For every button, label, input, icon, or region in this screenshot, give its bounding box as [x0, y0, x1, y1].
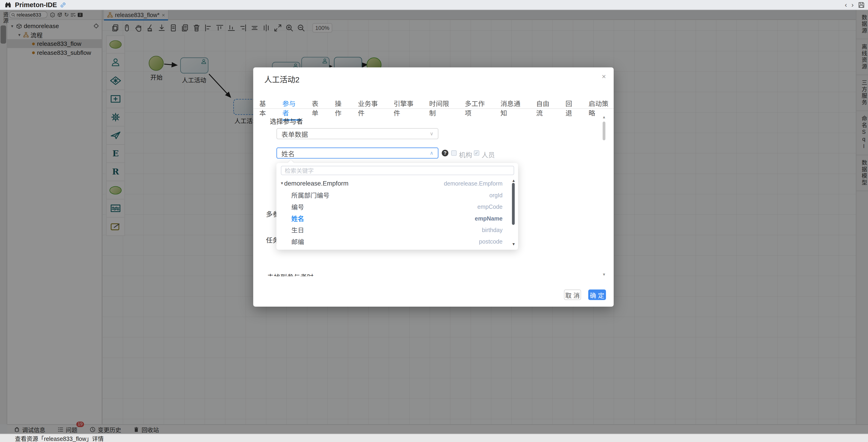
- item-label: 生日: [291, 225, 304, 234]
- item-value: empName: [475, 214, 502, 221]
- dialog-scrollbar[interactable]: ▲ ▼: [601, 115, 607, 276]
- scroll-up-icon[interactable]: ▲: [601, 115, 607, 119]
- item-value: demorelease.Empform: [444, 180, 503, 186]
- scroll-thumb[interactable]: [512, 183, 515, 225]
- nav-back-icon[interactable]: ‹: [845, 1, 847, 9]
- list-item-postcode[interactable]: 邮编 postcode: [276, 235, 518, 247]
- dropdown-scrollbar[interactable]: ▲ ▼: [512, 178, 516, 246]
- title-bar: Primeton-IDE ‹ ›: [0, 0, 868, 10]
- app-logo-icon: [4, 1, 11, 8]
- scroll-up-icon[interactable]: ▲: [512, 178, 516, 182]
- list-item-empform[interactable]: ▾ demorelease.Empform demorelease.Empfor…: [276, 177, 518, 189]
- person-checkbox-label: 人员: [482, 150, 495, 159]
- list-item-empcode[interactable]: 编号 empCode: [276, 201, 518, 212]
- field-select[interactable]: 姓名 ∧: [276, 147, 438, 159]
- ok-button[interactable]: 确 定: [588, 290, 606, 300]
- dropdown-list: ▾ demorelease.Empform demorelease.Empfor…: [276, 177, 518, 248]
- scroll-thumb[interactable]: [602, 122, 606, 140]
- app-title: Primeton-IDE: [15, 1, 57, 9]
- scroll-down-icon[interactable]: ▼: [512, 242, 516, 246]
- scroll-down-icon[interactable]: ▼: [601, 272, 607, 276]
- chevron-down-icon: ∨: [430, 131, 434, 137]
- list-item-birthday[interactable]: 生日 birthday: [276, 224, 518, 235]
- check-icon: ✓: [475, 150, 478, 156]
- field-select-value: 姓名: [281, 148, 295, 158]
- item-value: orgId: [489, 192, 502, 198]
- list-item-empname[interactable]: 姓名 empName: [276, 212, 518, 224]
- item-label: 姓名: [291, 214, 304, 223]
- dialog-title: 人工活动2: [264, 73, 300, 84]
- list-item-orgid[interactable]: 所属部门编号 orgId: [276, 189, 518, 201]
- cancel-button[interactable]: 取 消: [564, 290, 581, 300]
- participant-not-found-label: 未找到参与者时: [267, 272, 313, 276]
- item-value: empCode: [477, 203, 502, 210]
- link-icon[interactable]: [60, 1, 66, 8]
- chevron-up-icon: ∧: [430, 150, 434, 156]
- item-value: birthday: [482, 226, 503, 233]
- status-bar: 查看资源「release833_flow」详情: [0, 434, 868, 442]
- save-icon[interactable]: [858, 2, 865, 8]
- item-label: 编号: [291, 202, 304, 211]
- primeton-ide-window: E R 开始 人工活动 人工活动2: [0, 0, 868, 442]
- status-text: 查看资源「release833_flow」详情: [15, 434, 104, 442]
- org-checkbox-label: 机构: [459, 150, 472, 159]
- person-checkbox[interactable]: ✓: [474, 150, 479, 156]
- item-value: postcode: [479, 238, 502, 244]
- item-label: 邮编: [291, 237, 304, 245]
- close-icon[interactable]: ×: [602, 72, 606, 80]
- field-dropdown: ▾ demorelease.Empform demorelease.Empfor…: [276, 163, 518, 250]
- participant-type-value: 表单数据: [281, 129, 308, 138]
- org-checkbox[interactable]: [451, 150, 457, 156]
- participant-type-select[interactable]: 表单数据 ∨: [276, 128, 438, 139]
- select-participants-label: 选择参与者: [270, 116, 303, 126]
- item-label: demorelease.Empform: [284, 180, 348, 186]
- help-icon[interactable]: ?: [442, 150, 448, 156]
- caret-down-icon[interactable]: ▾: [280, 181, 284, 186]
- dropdown-search-input[interactable]: [281, 166, 514, 175]
- nav-forward-icon[interactable]: ›: [851, 1, 854, 9]
- item-label: 所属部门编号: [291, 191, 330, 199]
